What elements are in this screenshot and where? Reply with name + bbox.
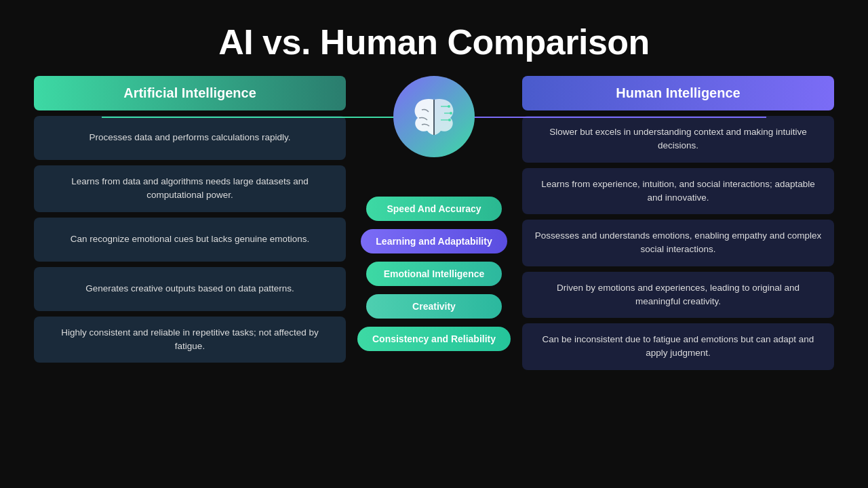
badge-learning: Learning and Adaptability [361, 229, 507, 253]
svg-point-4 [450, 112, 452, 115]
ai-row-5: Highly consistent and reliable in repeti… [34, 317, 346, 363]
ai-column-header: Artificial Intelligence [34, 76, 346, 110]
human-row-2: Learns from experience, intuition, and s… [522, 168, 834, 215]
human-data-rows: Slower but excels in understanding conte… [522, 116, 834, 370]
svg-point-3 [448, 105, 450, 108]
human-row-5: Can be inconsistent due to fatigue and e… [522, 323, 834, 370]
ai-data-rows: Processes data and performs calculations… [34, 116, 346, 363]
badge-speed: Speed And Accuracy [366, 197, 502, 221]
human-row-4: Driven by emotions and experiences, lead… [522, 272, 834, 319]
human-row-1: Slower but excels in understanding conte… [522, 116, 834, 163]
ai-row-3: Can recognize emotional cues but lacks g… [34, 218, 346, 262]
center-column: Speed And Accuracy Learning and Adaptabi… [346, 76, 522, 351]
ai-row-1: Processes data and performs calculations… [34, 116, 346, 160]
human-column: Human Intelligence Slower but excels in … [522, 76, 834, 370]
brain-icon [407, 89, 461, 144]
human-column-header: Human Intelligence [522, 76, 834, 110]
category-badges: Speed And Accuracy Learning and Adaptabi… [357, 197, 511, 351]
ai-row-2: Learns from data and algorithms needs la… [34, 165, 346, 212]
svg-point-5 [448, 119, 451, 121]
badge-consistency: Consistency and Reliability [357, 327, 511, 351]
badge-emotional: Emotional Intelligence [366, 262, 502, 286]
ai-row-4: Generates creative outputs based on data… [34, 267, 346, 311]
human-row-3: Possesses and understands emotions, enab… [522, 220, 834, 266]
badge-creativity: Creativity [366, 294, 502, 319]
brain-icon-container [393, 76, 475, 157]
main-layout: Artificial Intelligence Processes data a… [34, 76, 834, 370]
page-title: AI vs. Human Comparison [218, 22, 650, 62]
ai-column: Artificial Intelligence Processes data a… [34, 76, 346, 363]
